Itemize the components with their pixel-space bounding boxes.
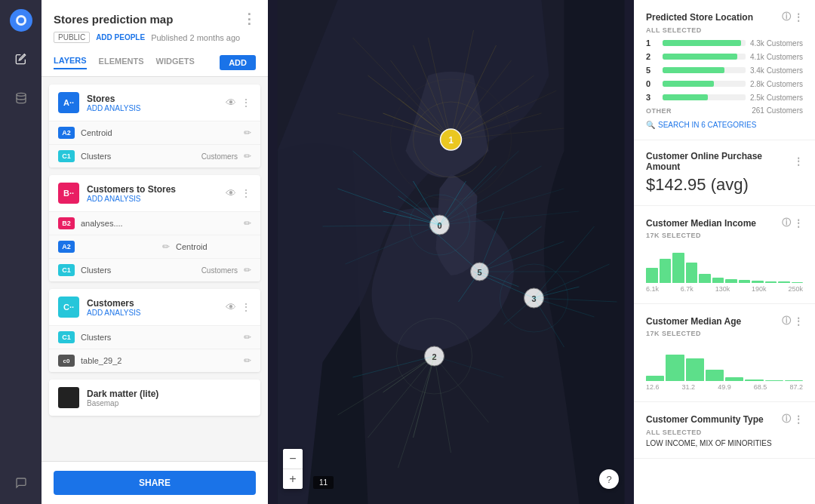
map-help-button[interactable]: ?: [599, 469, 619, 489]
income-bars: [646, 245, 803, 283]
age-axis-1: 31.2: [682, 383, 696, 391]
search-categories-text: SEARCH IN 6 CATEGORIES: [658, 121, 756, 129]
income-bar-1: [660, 259, 672, 284]
sub-icon-c1-ctos: C1: [58, 264, 75, 276]
income-bar-4: [699, 274, 711, 284]
sub-layer-table-customers: c0 table_29_2 ✏: [49, 349, 260, 372]
widget-info-community[interactable]: ⓘ: [782, 413, 791, 426]
layer-controls-stores: 👁 ⋮: [226, 97, 251, 109]
sub-icon-c0: c0: [58, 355, 75, 367]
layer-controls-ctos: 👁 ⋮: [226, 187, 251, 199]
age-bar-6: [765, 380, 783, 382]
sub-icon-b2: B2: [58, 217, 75, 229]
map-zoom-controls: − +: [283, 449, 303, 489]
layer-eye-ctos[interactable]: 👁: [226, 187, 236, 199]
map-area[interactable]: 1 0 5 3 2: [268, 0, 634, 504]
widget-online-purchase: Customer Online Purchase Amount ⋮ $142.9…: [634, 140, 815, 206]
sub-layer-clusters-ctos-name: Clusters: [81, 266, 195, 275]
published-text: Published 2 months ago: [151, 33, 240, 42]
share-button[interactable]: SHARE: [54, 471, 256, 495]
widget-more-community[interactable]: ⋮: [794, 414, 803, 425]
tab-elements[interactable]: ELEMENTS: [99, 57, 144, 69]
sub-layer-centroid-stores: A2 Centroid ✏: [49, 121, 260, 144]
nav-data[interactable]: [9, 86, 33, 110]
sub-icon-c1-stores: C1: [58, 150, 75, 162]
store-bar-container-3: [663, 94, 746, 100]
widget-more-age[interactable]: ⋮: [794, 316, 803, 327]
layer-more-ctos[interactable]: ⋮: [241, 187, 251, 199]
layer-eye-stores[interactable]: 👁: [226, 97, 236, 109]
store-value-3: 2.5k Customers: [750, 94, 803, 102]
zoom-in-button[interactable]: +: [283, 469, 303, 489]
sub-layer-edit-clusters-customers[interactable]: ✏: [244, 332, 251, 343]
layers-panel: Stores prediction map ⋮ PUBLIC ADD PEOPL…: [42, 0, 268, 504]
community-subtitle: ALL SELECTED: [646, 429, 803, 436]
sub-layer-clusters-stores: C1 Clusters Customers ✏: [49, 144, 260, 167]
store-bar-3: [663, 94, 708, 100]
map-tile-counter: 11: [313, 476, 334, 489]
layer-header-ctos: B·· Customers to Stores ADD ANALYSIS 👁 ⋮: [49, 175, 260, 211]
sub-icon-a2-ctos: A2: [58, 241, 75, 253]
sub-layer-edit-centroid-ctos[interactable]: ✏: [162, 241, 170, 252]
widget-title-text-community: Customer Community Type: [646, 414, 779, 425]
widget-more-purchase[interactable]: ⋮: [794, 156, 803, 167]
store-row-1: 1 4.3k Customers: [646, 38, 803, 48]
store-value-0: 2.8k Customers: [750, 80, 803, 88]
layer-info-ctos: Customers to Stores ADD ANALYSIS: [87, 184, 218, 203]
other-label: OTHER: [646, 107, 672, 115]
widget-more-predicted[interactable]: ⋮: [794, 12, 803, 23]
other-row-inner: OTHER 261 Customers: [646, 106, 803, 115]
layer-more-customers[interactable]: ⋮: [241, 301, 251, 313]
sub-layer-edit-analyses[interactable]: ✏: [244, 218, 251, 229]
community-value: LOW INCOME, MIX OF MINORITIES: [646, 439, 803, 447]
add-people-badge[interactable]: ADD PEOPLE: [96, 33, 145, 41]
sub-layer-edit-clusters-ctos[interactable]: ✏: [244, 265, 251, 275]
panel-title-row: Stores prediction map ⋮: [54, 11, 256, 27]
store-bar-2: [663, 54, 737, 60]
store-row-3: 3 2.5k Customers: [646, 93, 803, 102]
income-axis-1: 6.7k: [681, 285, 694, 293]
age-axis-2: 49.9: [718, 383, 731, 391]
layer-group-stores: A·· Stores ADD ANALYSIS 👁 ⋮ A2 Centroid …: [49, 85, 260, 167]
widget-predicted-store: Predicted Store Location ⓘ ⋮ ALL SELECTE…: [634, 0, 815, 140]
icon-sidebar: [0, 0, 42, 504]
basemap-thumbnail: [58, 387, 79, 408]
layer-eye-customers[interactable]: 👁: [226, 301, 236, 313]
store-bar-0: [663, 81, 714, 87]
sub-layer-name-clusters-stores: Clusters: [81, 152, 195, 161]
sub-layer-edit-table[interactable]: ✏: [244, 355, 251, 366]
more-options-icon[interactable]: ⋮: [242, 11, 256, 27]
age-bar-0: [646, 376, 664, 382]
zoom-out-button[interactable]: −: [283, 449, 303, 469]
layer-add-analysis-customers[interactable]: ADD ANALYSIS: [87, 309, 218, 317]
sub-layer-edit-clusters-stores[interactable]: ✏: [244, 151, 251, 161]
sub-layer-clusters-ctos: C1 Clusters Customers ✏: [49, 258, 260, 281]
add-button[interactable]: ADD: [220, 55, 256, 70]
widget-more-income[interactable]: ⋮: [794, 218, 803, 229]
nav-chat[interactable]: [9, 471, 33, 495]
layer-group-customers-stores: B·· Customers to Stores ADD ANALYSIS 👁 ⋮…: [49, 175, 260, 281]
store-bar-container-1: [663, 40, 746, 46]
sub-layer-edit-centroid[interactable]: ✏: [244, 128, 251, 138]
income-bar-10: [778, 281, 790, 283]
layer-group-basemap: Dark matter (lite) Basemap: [49, 380, 260, 416]
widget-info-predicted[interactable]: ⓘ: [782, 11, 791, 23]
tab-layers[interactable]: LAYERS: [54, 56, 87, 69]
sub-layer-analyses-ctos: B2 analyses.... ✏: [49, 211, 260, 235]
nav-edit[interactable]: [9, 47, 33, 71]
widget-info-income[interactable]: ⓘ: [782, 217, 791, 229]
layer-add-analysis-ctos[interactable]: ADD ANALYSIS: [87, 195, 218, 203]
map-visualization: 1 0 5 3 2: [268, 0, 634, 504]
layer-info-basemap: Dark matter (lite) Basemap: [87, 389, 251, 407]
tab-widgets[interactable]: WIDGETS: [156, 57, 195, 69]
search-categories-link[interactable]: 🔍 SEARCH IN 6 CATEGORIES: [646, 121, 803, 129]
map-title: Stores prediction map: [54, 13, 173, 26]
layer-more-stores[interactable]: ⋮: [241, 97, 251, 109]
widget-info-age[interactable]: ⓘ: [782, 315, 791, 327]
layer-add-analysis-stores[interactable]: ADD ANALYSIS: [87, 104, 218, 112]
store-bar-container-5: [663, 67, 746, 73]
layer-header-stores: A·· Stores ADD ANALYSIS 👁 ⋮: [49, 85, 260, 121]
income-bar-7: [739, 280, 751, 283]
svg-point-2: [17, 93, 26, 96]
sub-layer-clusters-customers-name: Clusters: [81, 333, 238, 342]
